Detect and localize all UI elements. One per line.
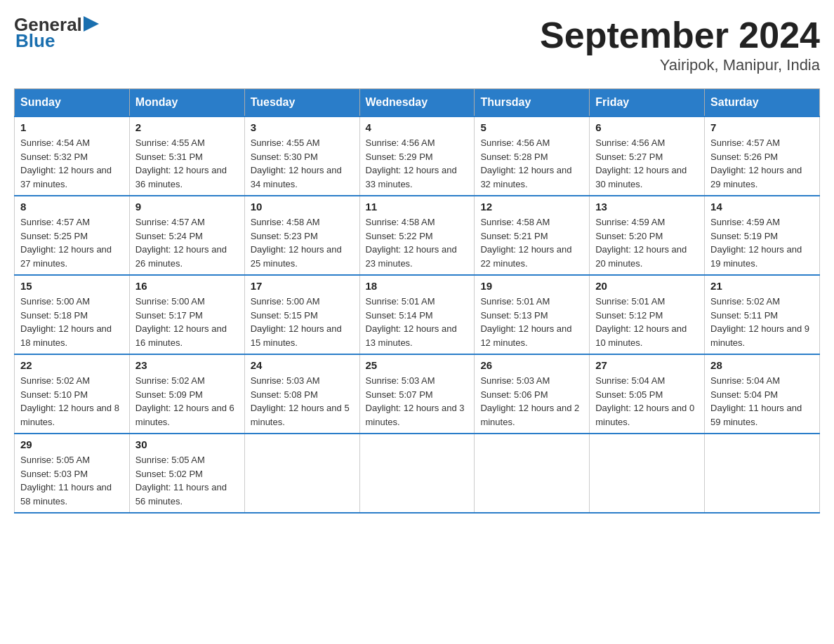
page-header: General Blue September 2024 Yairipok, Ma… [14,14,820,74]
table-row [475,434,590,513]
table-row: 11 Sunrise: 4:58 AM Sunset: 5:22 PM Dayl… [359,196,475,275]
day-number: 6 [595,121,699,133]
table-row: 26 Sunrise: 5:03 AM Sunset: 5:06 PM Dayl… [475,354,590,434]
calendar-week-row: 15 Sunrise: 5:00 AM Sunset: 5:18 PM Dayl… [15,275,820,354]
day-info: Sunrise: 5:01 AM Sunset: 5:13 PM Dayligh… [480,295,583,349]
day-number: 14 [710,201,814,213]
table-row: 18 Sunrise: 5:01 AM Sunset: 5:14 PM Dayl… [359,275,475,354]
day-number: 8 [20,201,124,213]
day-number: 29 [20,438,124,450]
day-number: 30 [135,438,239,450]
day-info: Sunrise: 4:57 AM Sunset: 5:24 PM Dayligh… [135,215,239,270]
day-number: 18 [366,280,469,292]
day-info: Sunrise: 4:56 AM Sunset: 5:28 PM Dayligh… [480,136,583,191]
table-row: 1 Sunrise: 4:54 AM Sunset: 5:32 PM Dayli… [15,116,130,196]
calendar-table: Sunday Monday Tuesday Wednesday Thursday… [14,88,820,514]
table-row: 19 Sunrise: 5:01 AM Sunset: 5:13 PM Dayl… [475,275,590,354]
table-row: 28 Sunrise: 5:04 AM Sunset: 5:04 PM Dayl… [705,354,820,434]
day-info: Sunrise: 5:05 AM Sunset: 5:02 PM Dayligh… [135,453,239,508]
table-row: 27 Sunrise: 5:04 AM Sunset: 5:05 PM Dayl… [590,354,705,434]
table-row: 21 Sunrise: 5:02 AM Sunset: 5:11 PM Dayl… [705,275,820,354]
table-row: 15 Sunrise: 5:00 AM Sunset: 5:18 PM Dayl… [15,275,130,354]
table-row: 5 Sunrise: 4:56 AM Sunset: 5:28 PM Dayli… [475,116,590,196]
day-number: 25 [366,359,469,371]
day-info: Sunrise: 5:04 AM Sunset: 5:04 PM Dayligh… [710,374,814,429]
day-info: Sunrise: 5:03 AM Sunset: 5:07 PM Dayligh… [366,374,469,429]
table-row: 13 Sunrise: 4:59 AM Sunset: 5:20 PM Dayl… [590,196,705,275]
col-saturday: Saturday [705,89,820,117]
table-row: 6 Sunrise: 4:56 AM Sunset: 5:27 PM Dayli… [590,116,705,196]
day-info: Sunrise: 5:04 AM Sunset: 5:05 PM Dayligh… [595,374,699,429]
calendar-week-row: 1 Sunrise: 4:54 AM Sunset: 5:32 PM Dayli… [15,116,820,196]
day-number: 22 [20,359,124,371]
day-number: 16 [135,280,239,292]
day-info: Sunrise: 4:55 AM Sunset: 5:31 PM Dayligh… [135,136,239,191]
day-info: Sunrise: 4:57 AM Sunset: 5:26 PM Dayligh… [710,136,814,191]
day-info: Sunrise: 5:03 AM Sunset: 5:06 PM Dayligh… [480,374,583,429]
day-number: 21 [710,280,814,292]
table-row: 25 Sunrise: 5:03 AM Sunset: 5:07 PM Dayl… [359,354,475,434]
table-row: 9 Sunrise: 4:57 AM Sunset: 5:24 PM Dayli… [129,196,244,275]
table-row: 4 Sunrise: 4:56 AM Sunset: 5:29 PM Dayli… [359,116,475,196]
svg-marker-0 [84,16,99,32]
day-info: Sunrise: 5:00 AM Sunset: 5:15 PM Dayligh… [251,295,354,349]
day-number: 23 [135,359,239,371]
table-row: 16 Sunrise: 5:00 AM Sunset: 5:17 PM Dayl… [129,275,244,354]
table-row: 12 Sunrise: 4:58 AM Sunset: 5:21 PM Dayl… [475,196,590,275]
calendar-week-row: 29 Sunrise: 5:05 AM Sunset: 5:03 PM Dayl… [15,434,820,513]
day-info: Sunrise: 4:59 AM Sunset: 5:19 PM Dayligh… [710,215,814,270]
table-row: 20 Sunrise: 5:01 AM Sunset: 5:12 PM Dayl… [590,275,705,354]
day-number: 10 [251,201,354,213]
logo-flag-icon [84,16,99,32]
day-info: Sunrise: 4:59 AM Sunset: 5:20 PM Dayligh… [595,215,699,270]
day-info: Sunrise: 5:01 AM Sunset: 5:12 PM Dayligh… [595,295,699,349]
day-number: 26 [480,359,583,371]
col-friday: Friday [590,89,705,117]
day-info: Sunrise: 5:02 AM Sunset: 5:11 PM Dayligh… [710,295,814,349]
day-number: 11 [366,201,469,213]
day-number: 20 [595,280,699,292]
calendar-title: September 2024 [540,14,820,56]
day-number: 24 [251,359,354,371]
table-row [359,434,475,513]
day-info: Sunrise: 4:58 AM Sunset: 5:23 PM Dayligh… [251,215,354,270]
day-number: 15 [20,280,124,292]
col-wednesday: Wednesday [359,89,475,117]
col-sunday: Sunday [15,89,130,117]
day-number: 7 [710,121,814,133]
table-row: 3 Sunrise: 4:55 AM Sunset: 5:30 PM Dayli… [244,116,359,196]
day-info: Sunrise: 4:58 AM Sunset: 5:21 PM Dayligh… [480,215,583,270]
day-info: Sunrise: 5:03 AM Sunset: 5:08 PM Dayligh… [251,374,354,429]
day-info: Sunrise: 4:56 AM Sunset: 5:27 PM Dayligh… [595,136,699,191]
calendar-header-row: Sunday Monday Tuesday Wednesday Thursday… [15,89,820,117]
table-row: 10 Sunrise: 4:58 AM Sunset: 5:23 PM Dayl… [244,196,359,275]
day-number: 28 [710,359,814,371]
day-info: Sunrise: 5:02 AM Sunset: 5:09 PM Dayligh… [135,374,239,429]
table-row [590,434,705,513]
day-number: 2 [135,121,239,133]
day-info: Sunrise: 5:00 AM Sunset: 5:18 PM Dayligh… [20,295,124,349]
day-number: 1 [20,121,124,133]
day-number: 27 [595,359,699,371]
day-info: Sunrise: 5:05 AM Sunset: 5:03 PM Dayligh… [20,453,124,508]
table-row: 29 Sunrise: 5:05 AM Sunset: 5:03 PM Dayl… [15,434,130,513]
table-row: 24 Sunrise: 5:03 AM Sunset: 5:08 PM Dayl… [244,354,359,434]
day-info: Sunrise: 4:58 AM Sunset: 5:22 PM Dayligh… [366,215,469,270]
table-row: 23 Sunrise: 5:02 AM Sunset: 5:09 PM Dayl… [129,354,244,434]
day-number: 19 [480,280,583,292]
table-row: 17 Sunrise: 5:00 AM Sunset: 5:15 PM Dayl… [244,275,359,354]
day-info: Sunrise: 5:01 AM Sunset: 5:14 PM Dayligh… [366,295,469,349]
col-tuesday: Tuesday [244,89,359,117]
day-number: 13 [595,201,699,213]
logo-blue: Blue [15,30,55,52]
day-info: Sunrise: 5:02 AM Sunset: 5:10 PM Dayligh… [20,374,124,429]
title-block: September 2024 Yairipok, Manipur, India [540,14,820,74]
calendar-subtitle: Yairipok, Manipur, India [540,56,820,74]
calendar-week-row: 22 Sunrise: 5:02 AM Sunset: 5:10 PM Dayl… [15,354,820,434]
table-row: 30 Sunrise: 5:05 AM Sunset: 5:02 PM Dayl… [129,434,244,513]
col-monday: Monday [129,89,244,117]
day-info: Sunrise: 4:54 AM Sunset: 5:32 PM Dayligh… [20,136,124,191]
day-number: 9 [135,201,239,213]
table-row: 14 Sunrise: 4:59 AM Sunset: 5:19 PM Dayl… [705,196,820,275]
calendar-week-row: 8 Sunrise: 4:57 AM Sunset: 5:25 PM Dayli… [15,196,820,275]
